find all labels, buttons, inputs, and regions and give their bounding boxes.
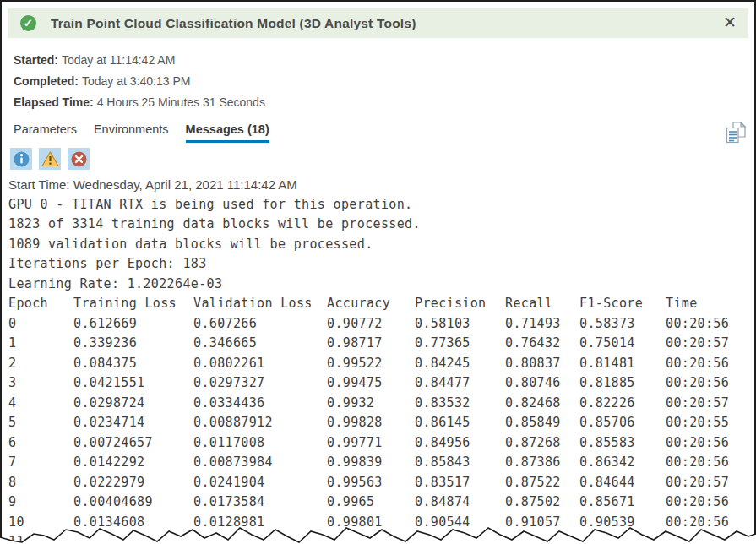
close-button[interactable]: ✕ <box>720 11 740 34</box>
log-line: 1823 of 3314 training data blocks will b… <box>8 215 753 235</box>
table-cell: 0.98717 <box>327 334 415 354</box>
log-line: Learning Rate: 1.202264e-03 <box>8 275 753 295</box>
table-cell: 0.84874 <box>415 492 505 513</box>
table-cell: 0.76432 <box>505 334 579 354</box>
table-cell: 0.84245 <box>415 354 505 374</box>
tabs: ParametersEnvironmentsMessages (18) <box>14 122 286 143</box>
table-cell: 00:20:56 <box>666 453 753 473</box>
tabs-row: ParametersEnvironmentsMessages (18) <box>14 122 747 147</box>
table-cell: 00:20:55 <box>666 413 753 433</box>
table-cell: 0.87522 <box>505 473 579 493</box>
table-cell: 0.83532 <box>415 394 505 414</box>
message-filter-toolbar <box>10 148 90 170</box>
table-cell: 0.0222979 <box>73 473 193 493</box>
table-row: 90.004046890.01735840.99650.848740.87502… <box>8 492 753 513</box>
table-cell: 0.0802261 <box>193 354 327 374</box>
table-cell: 0.87386 <box>505 453 579 473</box>
table-cell: 00:20:56 <box>666 354 753 374</box>
table-cell: 4 <box>8 394 73 414</box>
table-cell: 0.084375 <box>73 354 193 374</box>
tab-environments[interactable]: Environments <box>94 122 169 143</box>
table-cell: 0.346665 <box>193 334 327 354</box>
table-row: 60.007246570.01170080.997710.849560.8726… <box>8 433 753 454</box>
table-cell: 0.339236 <box>73 334 193 354</box>
table-cell: 0.612669 <box>73 314 193 335</box>
information-filter-button[interactable] <box>10 148 32 170</box>
table-cell: 00:20:56 <box>666 513 753 533</box>
table-cell: 0.71493 <box>505 314 579 335</box>
table-cell: 6 <box>8 433 73 454</box>
table-cell: 0.85849 <box>505 413 579 433</box>
table-cell: 0.0297327 <box>193 373 327 394</box>
table-cell: 0.0334436 <box>193 394 327 414</box>
table-cell: 2 <box>8 354 73 374</box>
table-cell: 0.0234714 <box>73 413 193 433</box>
table-cell: 0.75014 <box>579 334 666 354</box>
table-cell: 1 <box>8 334 73 354</box>
titlebar: ✓ Train Point Cloud Classification Model… <box>8 8 748 38</box>
elapsed-label: Elapsed Time: <box>14 95 94 109</box>
table-cell: 0.85671 <box>579 492 666 513</box>
table-row: 40.02987240.03344360.99320.835320.824680… <box>8 394 753 414</box>
warning-filter-button[interactable] <box>39 148 61 170</box>
table-cell: 0.58103 <box>415 314 505 335</box>
table-cell: 9 <box>8 492 73 513</box>
table-cell: 0.0241904 <box>193 473 327 493</box>
table-cell: 0.00887912 <box>193 413 327 433</box>
started-line: Started:Today at 11:14:42 AM <box>14 50 265 71</box>
table-cell: 0.99828 <box>327 413 415 433</box>
column-header: F1-Score <box>579 294 666 314</box>
table-cell: 0.0142292 <box>73 453 193 473</box>
log-line: GPU 0 - TITAN RTX is being used for this… <box>8 195 753 215</box>
table-row: 20.0843750.08022610.995220.842450.808370… <box>8 354 753 374</box>
table-cell: 0.81481 <box>579 354 666 374</box>
table-cell: 0.58373 <box>579 314 666 335</box>
table-body: 00.6126690.6072660.907720.581030.714930.… <box>8 314 753 533</box>
started-value: Today at 11:14:42 AM <box>62 53 175 67</box>
table-cell: 0.84956 <box>415 433 505 454</box>
table-cell: 0.84644 <box>579 473 666 493</box>
table-row: 00.6126690.6072660.907720.581030.714930.… <box>8 314 753 335</box>
table-cell: 0.82468 <box>505 394 579 414</box>
error-filter-button[interactable] <box>68 148 90 170</box>
table-cell: 0.0298724 <box>73 394 193 414</box>
table-cell: 5 <box>8 413 73 433</box>
table-cell: 0.0117008 <box>193 433 327 454</box>
table-cell: 0.99563 <box>327 473 415 493</box>
tab-parameters[interactable]: Parameters <box>14 122 77 143</box>
table-cell: 0.85706 <box>579 413 666 433</box>
column-header: Validation Loss <box>193 294 327 314</box>
table-cell: 0.87268 <box>505 433 579 454</box>
table-cell: 00:20:56 <box>666 433 753 454</box>
success-check-icon: ✓ <box>20 15 36 31</box>
start-time-line: Start Time: Wednesday, April 21, 2021 11… <box>8 175 753 195</box>
table-row: 30.04215510.02973270.994750.844770.80746… <box>8 373 753 394</box>
table-cell: 00:20:56 <box>666 314 753 335</box>
copy-icon <box>725 134 747 147</box>
table-cell: 0.85843 <box>415 453 505 473</box>
run-status-block: Started:Today at 11:14:42 AM Completed:T… <box>14 50 265 113</box>
table-cell: 0.84477 <box>415 373 505 394</box>
log-lines: GPU 0 - TITAN RTX is being used for this… <box>8 195 753 295</box>
table-cell: 00:20:57 <box>666 473 753 493</box>
table-cell: 0.607266 <box>193 314 327 335</box>
table-partial-row: 11 <box>8 532 753 544</box>
elapsed-line: Elapsed Time:4 Hours 25 Minutes 31 Secon… <box>14 92 265 113</box>
log-line: 1089 validation data blocks will be proc… <box>8 235 753 255</box>
table-row: 70.01422920.008739840.998390.858430.8738… <box>8 453 753 473</box>
table-cell: 0.86342 <box>579 453 666 473</box>
table-row: 10.3392360.3466650.987170.773650.764320.… <box>8 334 753 354</box>
table-cell: 0.90539 <box>579 513 666 533</box>
tab-messages[interactable]: Messages (18) <box>186 122 269 143</box>
table-cell: 0.83517 <box>415 473 505 493</box>
completed-label: Completed: <box>14 74 79 88</box>
table-cell: 0.0421551 <box>73 373 193 394</box>
table-cell: 0 <box>8 314 73 335</box>
table-cell: 0.99771 <box>327 433 415 454</box>
table-cell: 0.99475 <box>327 373 415 394</box>
table-cell: 0.99522 <box>327 354 415 374</box>
table-cell: 0.81885 <box>579 373 666 394</box>
copy-messages-button[interactable] <box>725 121 747 147</box>
table-header-row: EpochTraining LossValidation LossAccurac… <box>8 294 753 314</box>
table-cell: 0.87502 <box>505 492 579 513</box>
